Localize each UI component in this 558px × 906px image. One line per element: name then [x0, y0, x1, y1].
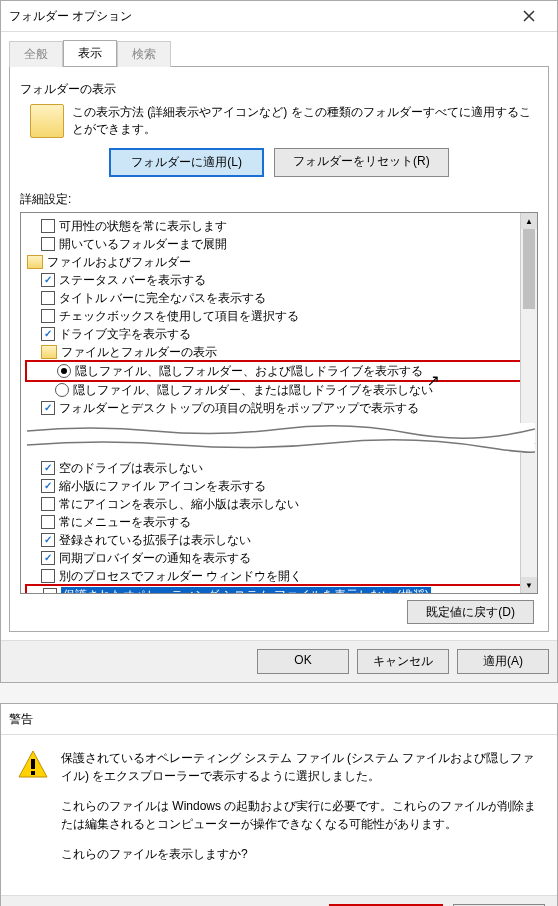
tab-view[interactable]: 表示	[63, 40, 117, 66]
checkbox-icon	[41, 479, 55, 493]
checkbox-icon	[41, 401, 55, 415]
close-button[interactable]	[509, 6, 549, 26]
tab-general[interactable]: 全般	[9, 41, 63, 67]
warning-button-bar: はい(Y) いいえ(N)	[1, 895, 557, 906]
cancel-button[interactable]: キャンセル	[357, 649, 449, 674]
tree-item[interactable]: フォルダーとデスクトップの項目の説明をポップアップで表示する	[27, 399, 535, 417]
checkbox-icon	[43, 588, 57, 594]
svg-rect-1	[31, 771, 35, 775]
checkbox-icon	[41, 291, 55, 305]
tree-item[interactable]: 同期プロバイダーの通知を表示する	[27, 549, 535, 567]
tree-group[interactable]: ファイルおよびフォルダー	[27, 253, 535, 271]
folder-icon	[27, 255, 43, 269]
advanced-tree[interactable]: ▲ ▼ 可用性の状態を常に表示します 開いているフォルダーまで展開 ファイルおよ…	[20, 212, 538, 594]
checkbox-icon	[41, 273, 55, 287]
tree-item[interactable]: 空のドライブは表示しない	[27, 459, 535, 477]
titlebar: 警告	[1, 704, 557, 735]
advanced-label: 詳細設定:	[20, 191, 538, 208]
tree-item[interactable]: 縮小版にファイル アイコンを表示する	[27, 477, 535, 495]
reset-folders-button[interactable]: フォルダーをリセット(R)	[274, 148, 449, 177]
tab-panel: フォルダーの表示 この表示方法 (詳細表示やアイコンなど) をこの種類のフォルダ…	[9, 66, 549, 632]
apply-to-folders-button[interactable]: フォルダーに適用(L)	[109, 148, 264, 177]
tree-item-hide-protected[interactable]: 保護されたオペレーティング システム ファイルを表示しない (推奨)	[29, 586, 521, 594]
checkbox-icon	[41, 515, 55, 529]
torn-edge	[27, 423, 535, 453]
tree-item[interactable]: 別のプロセスでフォルダー ウィンドウを開く	[27, 567, 535, 585]
checkbox-icon	[41, 461, 55, 475]
svg-rect-0	[31, 759, 35, 769]
tree-item[interactable]: 常にメニューを表示する	[27, 513, 535, 531]
checkbox-icon	[41, 569, 55, 583]
tree-item[interactable]: 隠しファイル、隠しフォルダー、または隠しドライブを表示しない	[27, 381, 535, 399]
radio-icon	[55, 383, 69, 397]
dialog-button-bar: OK キャンセル 適用(A)	[1, 640, 557, 682]
tree-item[interactable]: 登録されている拡張子は表示しない	[27, 531, 535, 549]
warning-dialog: 警告 保護されているオペレーティング システム ファイル (システム ファイルお…	[0, 703, 558, 906]
folder-options-dialog: フォルダー オプション 全般 表示 検索 フォルダーの表示 この表示方法 (詳細…	[0, 0, 558, 683]
group-description: この表示方法 (詳細表示やアイコンなど) をこの種類のフォルダーすべてに適用する…	[72, 104, 538, 138]
tree-item[interactable]: タイトル バーに完全なパスを表示する	[27, 289, 535, 307]
tree-item[interactable]: 常にアイコンを表示し、縮小版は表示しない	[27, 495, 535, 513]
tree-item[interactable]: 可用性の状態を常に表示します	[27, 217, 535, 235]
warning-text: 保護されているオペレーティング システム ファイル (システム ファイルおよび隠…	[61, 749, 541, 875]
tree-item-show-hidden[interactable]: 隠しファイル、隠しフォルダー、および隠しドライブを表示する	[29, 362, 521, 380]
scroll-up-button[interactable]: ▲	[521, 213, 537, 229]
folder-icon	[30, 104, 64, 138]
tree-item[interactable]: ドライブ文字を表示する	[27, 325, 535, 343]
group-label: フォルダーの表示	[20, 81, 538, 98]
scroll-thumb[interactable]	[523, 229, 535, 309]
apply-button[interactable]: 適用(A)	[457, 649, 549, 674]
checkbox-icon	[41, 497, 55, 511]
restore-defaults-button[interactable]: 既定値に戻す(D)	[407, 600, 534, 624]
checkbox-icon	[41, 219, 55, 233]
tab-strip: 全般 表示 検索	[1, 32, 557, 66]
tree-item[interactable]: 開いているフォルダーまで展開	[27, 235, 535, 253]
warning-icon	[17, 749, 49, 781]
checkbox-icon	[41, 327, 55, 341]
vertical-scrollbar[interactable]: ▲ ▼	[520, 213, 537, 593]
tree-item[interactable]: ステータス バーを表示する	[27, 271, 535, 289]
tree-item[interactable]: チェックボックスを使用して項目を選択する	[27, 307, 535, 325]
ok-button[interactable]: OK	[257, 649, 349, 674]
dialog-title: フォルダー オプション	[9, 8, 509, 25]
checkbox-icon	[41, 533, 55, 547]
dialog-title: 警告	[9, 711, 549, 728]
tree-group[interactable]: ファイルとフォルダーの表示	[27, 343, 535, 361]
scroll-down-button[interactable]: ▼	[521, 577, 537, 593]
tab-search[interactable]: 検索	[117, 41, 171, 67]
checkbox-icon	[41, 551, 55, 565]
checkbox-icon	[41, 237, 55, 251]
checkbox-icon	[41, 309, 55, 323]
titlebar: フォルダー オプション	[1, 1, 557, 32]
folder-icon	[41, 345, 57, 359]
radio-icon	[57, 364, 71, 378]
